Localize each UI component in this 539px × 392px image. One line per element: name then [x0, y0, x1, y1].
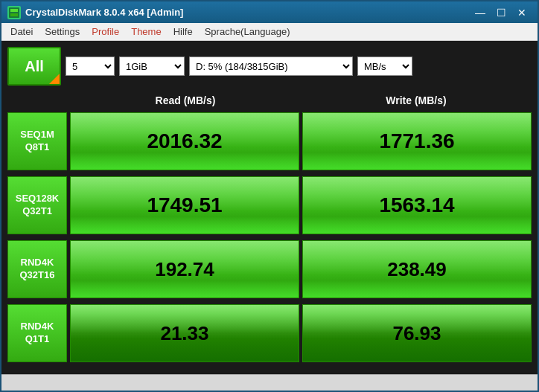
row-label-seq1m: SEQ1M Q8T1	[7, 112, 67, 170]
seq1m-read-cell: 2016.32	[70, 112, 299, 170]
rnd4k-q32-read-cell: 192.74	[70, 240, 299, 298]
runs-select[interactable]: 5 1 3 9	[66, 57, 115, 76]
size-select[interactable]: 1GiB 512MiB 2GiB 4GiB	[119, 57, 185, 76]
menu-hilfe[interactable]: Hilfe	[168, 25, 199, 39]
data-row-rnd4k-q1: RND4K Q1T1 21.33 76.93	[7, 304, 532, 362]
menu-bar: Datei Settings Profile Theme Hilfe Sprac…	[1, 23, 538, 41]
seq128k-write-value: 1563.14	[379, 193, 454, 217]
svg-rect-1	[10, 9, 18, 12]
read-header: Read (MB/s)	[70, 91, 301, 109]
app-window: CrystalDiskMark 8.0.4 x64 [Admin] — ☐ ✕ …	[0, 0, 539, 392]
svg-rect-2	[10, 13, 18, 16]
all-button[interactable]: All	[7, 47, 61, 86]
data-row-seq128k: SEQ128K Q32T1 1749.51 1563.14	[7, 176, 532, 234]
data-row-seq1m: SEQ1M Q8T1 2016.32 1771.36	[7, 112, 532, 170]
rnd4k-q1-read-value: 21.33	[160, 322, 208, 345]
menu-language[interactable]: Sprache(Language)	[199, 25, 296, 39]
title-bar: CrystalDiskMark 8.0.4 x64 [Admin] — ☐ ✕	[1, 1, 538, 23]
minimize-button[interactable]: —	[471, 4, 490, 21]
row-label-rnd4k-q32: RND4K Q32T16	[7, 240, 67, 298]
close-button[interactable]: ✕	[512, 4, 532, 21]
seq1m-write-value: 1771.36	[379, 129, 454, 153]
maximize-button[interactable]: ☐	[491, 4, 511, 21]
seq128k-write-cell: 1563.14	[302, 176, 532, 234]
rnd4k-q32-write-value: 238.49	[387, 258, 447, 281]
rnd4k-q32-write-cell: 238.49	[302, 240, 532, 298]
menu-profile[interactable]: Profile	[86, 25, 125, 39]
data-row-rnd4k-q32: RND4K Q32T16 192.74 238.49	[7, 240, 532, 298]
rnd4k-q1-read-cell: 21.33	[70, 304, 299, 362]
column-headers: Read (MB/s) Write (MB/s)	[7, 91, 532, 109]
seq1m-read-value: 2016.32	[147, 129, 222, 153]
main-content: All 5 1 3 9 1GiB 512MiB 2GiB 4GiB D: 5% …	[1, 41, 538, 374]
controls-row: All 5 1 3 9 1GiB 512MiB 2GiB 4GiB D: 5% …	[7, 47, 532, 86]
rnd4k-q32-read-value: 192.74	[155, 258, 214, 281]
window-title: CrystalDiskMark 8.0.4 x64 [Admin]	[25, 7, 471, 18]
row-label-seq128k: SEQ128K Q32T1	[7, 176, 67, 234]
write-header: Write (MB/s)	[301, 91, 532, 109]
app-icon	[7, 6, 21, 19]
seq128k-read-value: 1749.51	[147, 193, 222, 217]
rnd4k-q1-write-value: 76.93	[392, 322, 441, 345]
seq128k-read-cell: 1749.51	[70, 176, 299, 234]
seq1m-write-cell: 1771.36	[302, 112, 532, 170]
menu-theme[interactable]: Theme	[125, 25, 167, 39]
drive-select[interactable]: D: 5% (184/3815GiB)	[189, 57, 353, 76]
rnd4k-q1-write-cell: 76.93	[302, 304, 532, 362]
unit-select[interactable]: MB/s GB/s IOPS	[357, 57, 412, 76]
status-bar	[1, 374, 538, 391]
window-controls: — ☐ ✕	[471, 4, 532, 21]
menu-datei[interactable]: Datei	[4, 25, 39, 39]
row-label-rnd4k-q1: RND4K Q1T1	[7, 304, 67, 362]
menu-settings[interactable]: Settings	[39, 25, 86, 39]
